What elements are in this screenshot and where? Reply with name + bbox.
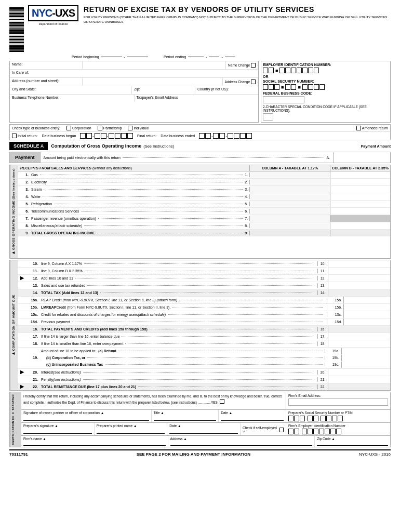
row-col-b <box>330 171 390 178</box>
ein-box <box>269 68 274 73</box>
partnership-option[interactable]: Partnership <box>98 126 122 130</box>
row-label: Miscellaneous (attach schedule)8. <box>30 223 250 228</box>
row-label: Passenger revenue (omnibus operation)7. <box>30 216 250 221</box>
comp-label-bold: TOTAL PAYMENTS AND CREDITS (add lines 15… <box>39 327 317 331</box>
comp-num: 15b. <box>25 305 39 310</box>
title-label: Title ▲ <box>154 411 217 415</box>
name-change-cell: Name Change <box>226 61 258 69</box>
row-num: 4. <box>18 194 30 199</box>
date-ended-label: Date business ended <box>161 134 195 138</box>
comp-value <box>328 326 390 332</box>
comp-sub-box <box>343 304 390 311</box>
amended-checkbox[interactable] <box>356 126 361 130</box>
address-change-checkbox[interactable] <box>251 79 256 84</box>
comp-label: REAP Credit (from NYC-9.5UTX, Section I,… <box>39 298 327 302</box>
firm-name-cell: Firm's name ▲ <box>21 436 168 447</box>
form-subtitle: FOR USE BY PERSONS (OTHER THAN A LIMITED… <box>84 15 391 24</box>
comp-row-14: ▶ 14. TOTAL TAX (Add lines 12 and 13) 14… <box>18 289 390 297</box>
row-label: Steam3. <box>30 187 250 192</box>
row-col-a <box>250 208 330 215</box>
name-change-label: Name Change <box>228 63 250 67</box>
period-beginning-label: Period beginning <box>72 55 99 59</box>
col-a-header: COLUMN A - TAXABLE AT 1.17% <box>250 165 330 171</box>
row-col-a-total <box>250 230 330 236</box>
comp-num: 16. <box>25 327 39 331</box>
comp-value <box>328 289 390 296</box>
amended-return-option[interactable]: Amended return <box>356 126 388 130</box>
corporation-checkbox[interactable] <box>66 126 71 130</box>
row-num: 5. <box>18 202 30 206</box>
email-label: Taxpayer's Email Address <box>135 95 259 102</box>
comp-num: 12. <box>25 276 39 281</box>
row-col-a <box>250 171 330 178</box>
comp-num: 21. <box>25 377 39 382</box>
row-col-b <box>330 193 390 200</box>
comp-value <box>328 369 390 376</box>
footer-center: SEE PAGE 2 FOR MAILING AND PAYMENT INFOR… <box>137 452 250 457</box>
row-num: 7. <box>18 216 30 221</box>
comp-row-18: ▶ 18. If line 14 is smaller than line 16… <box>18 340 390 348</box>
comp-row-15d: ▶ 15d. Previous payment 15d. <box>18 318 390 326</box>
ein-box <box>302 68 308 73</box>
period-row: Period beginning - Period ending - - <box>9 55 391 59</box>
preparer-ssn-section: Preparer's Social Security Number or PTI… <box>286 410 390 422</box>
comp-line-num: 13. <box>317 283 328 288</box>
schedule-a-title: Computation of Gross Operating Income <box>51 143 141 149</box>
individual-checkbox[interactable] <box>128 126 132 130</box>
comp-line-num: 17. <box>317 334 328 339</box>
firm-name-label: Firm's name ▲ <box>23 437 166 441</box>
comp-label: LMREAP Credit (from Form NYC-9.8UTX, Sec… <box>39 305 327 310</box>
arrow-spacer: ▶ <box>18 377 25 382</box>
partnership-checkbox[interactable] <box>98 126 102 130</box>
comp-label: line 9, Column B X 2.35% <box>39 269 317 273</box>
ein-box <box>263 68 268 73</box>
row-num: 8. <box>18 223 30 228</box>
corporation-option[interactable]: Corporation <box>66 126 91 130</box>
comp-label: line 9, Column A X 1.17% <box>39 261 317 266</box>
schedule-a-badge: SCHEDULE A <box>9 142 48 150</box>
city-state-label: City and State: <box>10 86 132 94</box>
date-cell-1: Date ▲ <box>219 410 286 422</box>
self-employed-checkbox[interactable] <box>279 428 284 432</box>
row-col-a <box>250 186 330 193</box>
row-col-b-shaded <box>330 215 390 222</box>
row-num: 6. <box>18 209 30 214</box>
comp-label: Add lines 10 and 11 <box>39 276 317 281</box>
form-title: RETURN OF EXCISE TAX BY VENDORS OF UTILI… <box>84 5 391 14</box>
comp-value <box>328 333 390 340</box>
signature-cell: Signature of owner, partner or officer o… <box>21 410 152 422</box>
table-row: 4. Water4. <box>18 193 390 201</box>
row-col-a <box>250 179 330 185</box>
cert-inner: I hereby certify that this return, inclu… <box>21 392 390 447</box>
initial-return-option[interactable]: Initial return: <box>12 134 38 138</box>
ein-box <box>291 68 296 73</box>
payment-a-row: Payment Amount being paid electronically… <box>9 152 391 163</box>
row-label: Water4. <box>30 194 250 199</box>
yes-checkbox[interactable] <box>220 399 224 404</box>
comp-sub-num: 15d. <box>327 320 343 324</box>
phone-label: Business Telephone Number: <box>10 95 135 102</box>
comp-line-num: 12. <box>317 276 328 281</box>
preparer-name-label: Preparer's printed name ▲ <box>97 424 165 428</box>
arrow-spacer: ▶ <box>18 261 25 266</box>
initial-return-checkbox[interactable] <box>12 134 17 138</box>
schedule-a-header: SCHEDULE A Computation of Gross Operatin… <box>9 142 391 150</box>
payment-amount-label: Payment Amount <box>361 144 391 148</box>
comp-num: 18. <box>25 341 39 346</box>
col-b-header: COLUMN B - TAXABLE AT 2.35% <box>330 165 390 171</box>
comp-label: Credit for rebates and discounts of char… <box>39 312 327 317</box>
arrow-indicator: ▶ <box>18 275 25 281</box>
name-change-checkbox[interactable] <box>251 63 256 68</box>
computation-side-label: ▶ COMPUTATION OF AMOUNT DUE <box>10 260 18 390</box>
firm-email-box[interactable] <box>288 398 388 406</box>
comp-sub-box <box>343 311 390 318</box>
final-return-label: Final return: <box>137 134 156 138</box>
row-label: Electricity2. <box>30 180 250 184</box>
barcode-left <box>9 7 24 52</box>
individual-option[interactable]: Individual <box>128 126 149 130</box>
arrow-spacer: ▶ <box>18 297 25 302</box>
comp-line-num: 11. <box>317 269 328 273</box>
comp-label-bold: TOTAL REMITTANCE DUE (line 17 plus lines… <box>39 384 317 389</box>
firm-email-label: Firm's Email Address: <box>288 394 388 397</box>
footer-right: NYC-UXS - 2016 <box>359 452 391 457</box>
